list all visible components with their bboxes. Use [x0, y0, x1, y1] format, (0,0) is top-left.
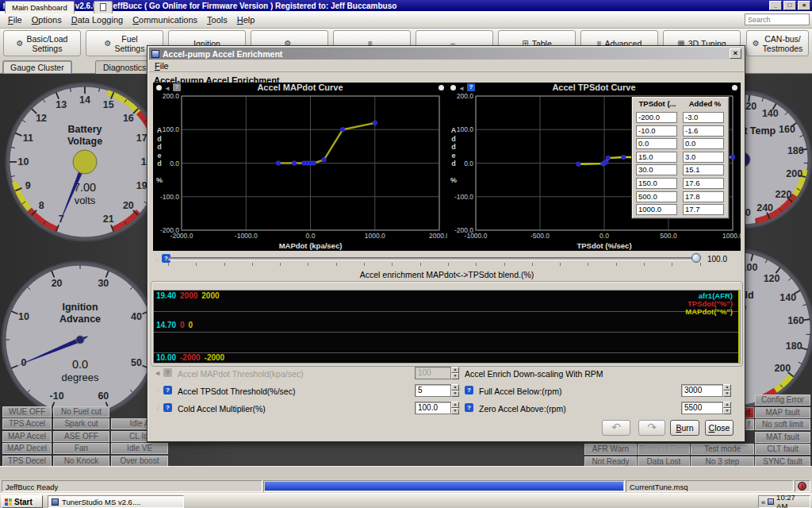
dialog-close-button[interactable]: ×	[730, 48, 741, 59]
chart-help-icon[interactable]: ?	[467, 83, 475, 91]
svg-text:60: 60	[98, 391, 109, 402]
svg-text:220: 220	[776, 189, 792, 200]
blend-slider-value: 100.0	[707, 255, 727, 264]
toolbar-basic-load-settings[interactable]: ⚙Basic/LoadSettings	[3, 30, 81, 56]
menu-file[interactable]: File	[3, 13, 27, 26]
svg-text:e: e	[157, 152, 161, 160]
svg-text:17: 17	[136, 133, 147, 144]
svg-text:d: d	[157, 135, 162, 143]
zero-accel-help-icon[interactable]: ?	[465, 403, 473, 412]
tpsdot-table-cell[interactable]: 15.1	[683, 164, 724, 175]
dialog-menubar: File	[149, 60, 745, 72]
full-accel-help-icon[interactable]: ?	[465, 386, 473, 394]
minimize-button[interactable]: _	[769, 1, 782, 10]
tpsdot-threshold-help-icon[interactable]: ?	[163, 386, 172, 394]
undo-button[interactable]: ↶	[602, 420, 630, 436]
new-dashboard-tab[interactable]	[94, 1, 113, 13]
toolbar-can-bus-testmodes[interactable]: ⚙CAN-bus/Testmodes	[746, 30, 809, 56]
dialog-menu-file[interactable]: File	[155, 61, 169, 71]
tpsdot-table-cell[interactable]: 150.0	[636, 178, 677, 189]
svg-text:13: 13	[56, 99, 67, 110]
zero-accel-spinner[interactable]: ▲▼	[723, 402, 731, 414]
indicator-tps-decel: TPS Decel	[2, 456, 52, 467]
svg-text:100.0: 100.0	[163, 125, 180, 133]
tpsdot-table-cell[interactable]: 3.0	[683, 152, 724, 163]
menu-data-logging[interactable]: Data Logging	[67, 13, 128, 26]
menu-bar: FileOptionsData LoggingCommunicationsToo…	[0, 11, 812, 29]
tpsdot-table-cell[interactable]: 17.7	[683, 204, 724, 215]
svg-text:Battery: Battery	[67, 124, 102, 135]
start-button[interactable]: Start	[2, 495, 43, 508]
blend-slider-track[interactable]	[168, 257, 701, 260]
full-accel-spinner[interactable]: ▲▼	[723, 384, 731, 397]
tpsdot-table-cell[interactable]: 15.0	[636, 152, 677, 163]
close-button[interactable]: ×	[798, 1, 810, 10]
menu-tools[interactable]: Tools	[202, 13, 232, 26]
zero-accel-field[interactable]: 5500	[681, 402, 723, 414]
can-bus-testmodes-icon: ⚙	[753, 39, 760, 48]
svg-text:TPSdot (%/sec): TPSdot (%/sec)	[576, 241, 631, 250]
indicator-no-soft-limit: No soft limit	[755, 419, 810, 430]
chart-titlebar: ◄?Accel TPSdot Curve	[447, 83, 741, 93]
tpsdot-table-cell[interactable]: 17.6	[683, 178, 724, 189]
chart-dot-icon	[732, 85, 737, 90]
maximize-button[interactable]: □	[783, 1, 796, 10]
burn-button[interactable]: Burn	[670, 420, 699, 436]
tpsdot-table-cell[interactable]: 0.0	[636, 138, 677, 149]
cold-accel-help-icon[interactable]: ?	[163, 403, 172, 412]
chart-plot[interactable]: -2000.0-1000.00.01000.02000.0-200.0-100.…	[153, 93, 447, 251]
indicator-map-fault: MAP fault	[755, 407, 810, 418]
indicator-tps-accel: TPS Accel	[2, 418, 52, 429]
progress-bar	[265, 482, 623, 491]
svg-text:0.0: 0.0	[599, 232, 609, 240]
svg-text:A: A	[157, 126, 163, 134]
tpsdot-table-cell[interactable]: 0.0	[683, 138, 724, 149]
tpsdot-table-cell[interactable]: 500.0	[636, 191, 677, 202]
dialog-titlebar[interactable]: Accel-pump Accel Enrichment	[149, 48, 745, 60]
livegraph-trace-edge	[738, 291, 740, 363]
svg-text:0.0: 0.0	[464, 160, 473, 167]
blend-slider-thumb[interactable]	[691, 253, 701, 263]
svg-text:Ignition: Ignition	[62, 302, 98, 313]
tab-main-dashboard[interactable]: Main Dashboard	[5, 1, 75, 13]
search-input[interactable]	[745, 13, 810, 25]
svg-text:10: 10	[18, 311, 29, 322]
zero-accel-label: Zero Accel Above:(rpm)	[479, 404, 566, 414]
status-ready: JeffBucc Ready	[2, 480, 262, 492]
tpsdot-table-cell[interactable]: 30.0	[636, 164, 677, 175]
menu-help[interactable]: Help	[232, 13, 260, 26]
tpsdot-table-header: Added %	[683, 99, 727, 108]
tpsdot-table-cell[interactable]: 17.8	[683, 191, 724, 202]
dialog-close-action-button[interactable]: Close	[705, 420, 733, 436]
tpsdot-table-cell[interactable]: -3.0	[683, 112, 724, 123]
tray-chevron[interactable]: «	[761, 498, 765, 506]
cold-accel-field[interactable]: 100.0	[415, 402, 451, 414]
app-task-icon	[52, 498, 59, 506]
tpsdot-table-cell[interactable]: -200.0	[636, 112, 677, 123]
tpsdot-table-header: TPSdot (...	[635, 99, 680, 108]
svg-text:160: 160	[787, 315, 804, 326]
tpsdot-check-icon: ✓	[155, 387, 162, 394]
indicator-no-fuel-cut: No Fuel cut	[53, 406, 109, 418]
tab-gauge-cluster[interactable]: Gauge Cluster	[2, 60, 72, 74]
svg-text:200.0: 200.0	[457, 93, 474, 100]
tpsdot-threshold-field[interactable]: 5	[415, 384, 451, 397]
svg-text:d: d	[157, 160, 162, 167]
page-icon	[100, 3, 106, 11]
svg-text:e: e	[451, 152, 455, 160]
svg-text:200: 200	[774, 363, 791, 374]
menu-communications[interactable]: Communications	[128, 13, 202, 26]
tpsdot-table-cell[interactable]: 1000.0	[636, 204, 677, 215]
svg-text:9: 9	[25, 180, 31, 191]
tpsdot-table-cell[interactable]: -1.6	[683, 125, 724, 137]
svg-text:A: A	[451, 126, 457, 134]
full-accel-field[interactable]: 3000	[681, 384, 723, 397]
window-titlebar: TunerStudio MS v2.6.04 - JeffBucc ( Go O…	[0, 0, 812, 11]
tpsdot-table-cell[interactable]: -10.0	[636, 125, 677, 137]
redo-button[interactable]: ↷	[638, 420, 665, 436]
indicator-afr-warn: AFR Warn	[584, 444, 637, 455]
chart-help-icon: ?	[173, 83, 181, 91]
status-progress	[263, 480, 625, 492]
taskbar-app-button[interactable]: TunerStudio MS v2.6....	[48, 495, 184, 508]
menu-options[interactable]: Options	[27, 13, 67, 26]
